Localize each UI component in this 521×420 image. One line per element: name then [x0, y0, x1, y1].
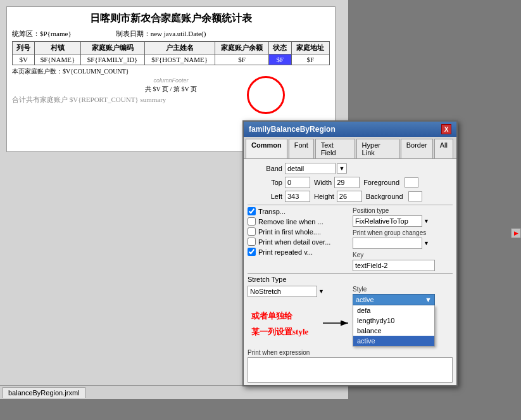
print-when-group-label: Print when group changes [353, 229, 453, 236]
header-right: 制表日期：new java.util.Date() [116, 29, 206, 39]
dialog-title: familyBalanceByRegion [249, 125, 336, 134]
style-option-lengthydy10[interactable]: lengthydy10 [353, 315, 434, 326]
tab-text-field[interactable]: Text Field [315, 139, 355, 158]
dialog-tabs: Common Font Text Field Hyper Link Border… [244, 137, 456, 159]
summary-row: 合计共有家庭账户 $V{REPORT_COUNT} summary [12, 95, 330, 105]
print-when-expression-area[interactable] [248, 357, 453, 383]
print-when-expression-label: Print when expression [248, 349, 453, 356]
col-header-2: 家庭账户编码 [80, 42, 144, 54]
data-cell-1: $F{NAME} [35, 54, 80, 65]
background-color-box[interactable] [408, 191, 422, 201]
col-header-0: 列号 [13, 42, 35, 54]
table-data-row: $V $F{NAME} $F{FAMILY_ID} $F{HOST_NAME} … [13, 54, 330, 65]
col-header-1: 村镇 [35, 42, 80, 54]
print-first-checkbox-row: Print in first whole.... [248, 227, 348, 236]
dialog-close-button[interactable]: X [441, 124, 451, 134]
transp-label: Transp... [258, 208, 286, 215]
style-container: Style active ▼ defa lengthydy10 balance … [353, 286, 453, 347]
columnfooter-band-label: columnFooter [12, 77, 330, 84]
bottom-tab-bar: balanceByRegion.jrxml [0, 385, 348, 399]
transp-checkbox-row: Transp... [248, 207, 348, 215]
style-label: Style [353, 286, 453, 293]
height-label: Height [314, 193, 334, 200]
tab-common[interactable]: Common [246, 139, 287, 158]
position-type-input[interactable] [353, 215, 422, 227]
properties-dialog: familyBalanceByRegion X Common Font Text… [242, 120, 458, 386]
style-dropdown-container: active ▼ defa lengthydy10 balance active [353, 294, 435, 347]
two-column-section: Transp... Remove line when ... Print in … [248, 207, 453, 271]
print-detail-checkbox[interactable] [248, 238, 256, 246]
column-count-row: 本页家庭账户数：$V{COLUMN_COUNT} [12, 67, 330, 76]
tab-hyper-link[interactable]: Hyper Link [356, 139, 399, 158]
print-first-checkbox[interactable] [248, 227, 256, 236]
print-when-group-arrow[interactable]: ▼ [424, 240, 429, 246]
dialog-body: Band ▼ Top Width Foreground Left Height … [244, 159, 456, 385]
band-row: Band ▼ [248, 163, 453, 174]
position-type-arrow[interactable]: ▼ [424, 218, 429, 224]
foreground-label: Foreground [363, 179, 399, 186]
style-dropdown-header[interactable]: active ▼ [353, 294, 435, 305]
right-col-position: Position type ▼ Print when group changes… [353, 207, 453, 271]
style-option-defa[interactable]: defa [353, 305, 434, 315]
tab-all[interactable]: All [434, 139, 453, 158]
col-header-3: 户主姓名 [144, 42, 215, 54]
left-col-checkboxes: Transp... Remove line when ... Print in … [248, 207, 348, 271]
report-header-row: 统筹区：$P{rname} 制表日期：new java.util.Date() [12, 29, 330, 39]
tab-font[interactable]: Font [289, 139, 314, 158]
band-dropdown-arrow[interactable]: ▼ [337, 163, 347, 174]
report-table: 列号 村镇 家庭账户编码 户主姓名 家庭账户余额 状态 家庭地址 $V $F{N… [12, 41, 330, 65]
pageheader-band-label: pageHeader [153, 15, 184, 21]
data-cell-5-highlighted: $F [269, 54, 291, 65]
style-dropdown-header-text: active [356, 296, 374, 303]
annotation-text-line2: 某一列设置style [251, 326, 308, 338]
header-left: 统筹区：$P{rname} [12, 29, 72, 39]
print-repeated-checkbox[interactable] [248, 248, 256, 256]
remove-line-checkbox-row: Remove line when ... [248, 217, 348, 226]
height-input[interactable] [337, 191, 362, 202]
foreground-color-box[interactable] [405, 177, 418, 188]
remove-line-label: Remove line when ... [258, 218, 323, 226]
style-dropdown-arrow: ▼ [425, 296, 432, 303]
table-header-row: 列号 村镇 家庭账户编码 户主姓名 家庭账户余额 状态 家庭地址 [13, 42, 330, 54]
print-when-group-input[interactable] [353, 238, 422, 249]
transp-checkbox[interactable] [248, 207, 256, 215]
key-section-label: Key [353, 251, 453, 258]
print-detail-label: Print when detail over... [258, 238, 330, 246]
data-cell-3: $F{HOST_NAME} [144, 54, 215, 65]
style-option-balance[interactable]: balance [353, 326, 434, 336]
top-width-row: Top Width Foreground [248, 177, 453, 188]
stretch-type-input[interactable] [248, 286, 317, 297]
bottom-tab-file[interactable]: balanceByRegion.jrxml [3, 387, 85, 398]
left-input[interactable] [285, 191, 310, 202]
style-dropdown-list: defa lengthydy10 balance active [353, 305, 435, 347]
data-cell-6: $F [291, 54, 329, 65]
stretch-style-row: Stretch Type [248, 276, 453, 283]
print-repeated-checkbox-row: Print repeated v... [248, 248, 348, 256]
width-label: Width [314, 179, 332, 186]
stretch-type-arrow[interactable]: ▼ [318, 288, 324, 295]
background-label: Background [366, 193, 403, 200]
band-label: Band [248, 165, 282, 172]
data-cell-0: $V [13, 54, 35, 65]
data-cell-2: $F{FAMILY_ID} [80, 54, 144, 65]
left-height-row: Left Height Background [248, 191, 453, 202]
key-input[interactable] [353, 260, 435, 271]
print-detail-checkbox-row: Print when detail over... [248, 238, 348, 246]
print-first-label: Print in first whole.... [258, 228, 321, 236]
stretch-type-container: ▼ [248, 286, 348, 297]
band-input[interactable] [285, 163, 336, 174]
annotation-text-line1: 或者单独给 [251, 310, 292, 322]
col-header-6: 家庭地址 [291, 42, 329, 54]
width-input[interactable] [334, 177, 360, 188]
position-type-section-label: Position type [353, 207, 453, 214]
remove-line-checkbox[interactable] [248, 217, 256, 226]
tab-border[interactable]: Border [401, 139, 433, 158]
col-header-4: 家庭账户余额 [215, 42, 268, 54]
print-repeated-label: Print repeated v... [258, 248, 313, 256]
left-label: Left [248, 193, 282, 200]
col-header-5: 状态 [269, 42, 291, 54]
dialog-titlebar: familyBalanceByRegion X [244, 122, 456, 137]
style-option-active[interactable]: active [353, 336, 434, 346]
top-input[interactable] [285, 177, 310, 188]
right-scroll-arrow[interactable]: ▶ [511, 228, 521, 238]
